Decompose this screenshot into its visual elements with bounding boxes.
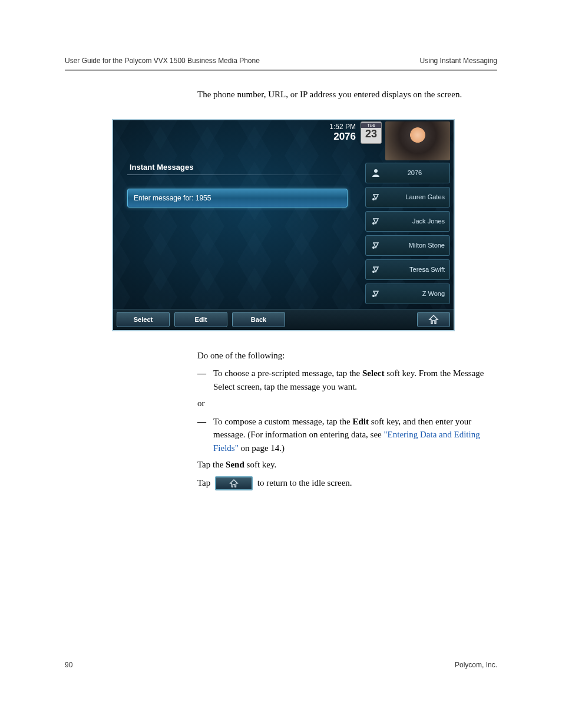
bullet-dash: — — [197, 367, 206, 393]
inline-home-button — [215, 476, 253, 490]
svg-point-0 — [374, 169, 378, 173]
bullet-item: — To compose a custom message, tap the E… — [197, 415, 497, 455]
screen-title: Instant Messages — [130, 163, 193, 172]
softkey-row: Select Edit Back — [113, 309, 454, 330]
softkey-select[interactable]: Select — [117, 312, 170, 327]
message-input[interactable]: Enter message for: 1955 — [127, 189, 348, 207]
svg-point-1 — [372, 198, 375, 200]
svg-point-2 — [372, 222, 375, 225]
send-text: Tap the Send soft key. — [197, 458, 497, 472]
page-number: 90 — [65, 661, 72, 669]
softkey-edit[interactable]: Edit — [174, 312, 227, 327]
line-key-label: Lauren Gates — [385, 193, 445, 200]
dial-icon — [371, 216, 381, 226]
status-time: 1:52 PM — [329, 123, 356, 131]
line-key-label: Z Wong — [385, 290, 445, 297]
home-button[interactable] — [417, 312, 450, 327]
home-icon — [428, 314, 439, 325]
line-key-contact[interactable]: Lauren Gates — [365, 187, 450, 207]
bullet-item: — To choose a pre-scripted message, tap … — [197, 367, 497, 393]
line-key-label: Teresa Swift — [385, 266, 445, 273]
date-badge: Tue 23 — [361, 121, 382, 144]
bullet-text: To compose a custom message, tap the Edi… — [213, 415, 497, 455]
bullet-text: To choose a pre-scripted message, tap th… — [213, 367, 497, 393]
avatar — [385, 121, 450, 160]
line-key-contact[interactable]: Jack Jones — [365, 211, 450, 232]
line-key-label: Milton Stone — [385, 242, 445, 249]
phone-screenshot: 1:52 PM 2076 Tue 23 Instant Messages Ent… — [112, 119, 497, 331]
body-text: Do one of the following: — To choose a p… — [197, 349, 497, 491]
dial-icon — [371, 288, 381, 299]
dial-icon — [371, 240, 381, 251]
page-footer: 90 Polycom, Inc. — [65, 661, 497, 669]
svg-point-5 — [372, 295, 375, 297]
status-extension: 2076 — [329, 131, 356, 143]
lead-text: Do one of the following: — [197, 349, 497, 363]
page-header: User Guide for the Polycom VVX 1500 Busi… — [65, 0, 497, 71]
svg-point-4 — [372, 271, 375, 273]
footer-company: Polycom, Inc. — [455, 661, 497, 669]
phone-screen: 1:52 PM 2076 Tue 23 Instant Messages Ent… — [112, 119, 455, 331]
line-key-extension[interactable]: 2076 — [365, 163, 450, 183]
line-key-column: 2076 Lauren Gates Jack Jones — [365, 163, 450, 304]
date-dow: Tue — [361, 123, 381, 128]
svg-point-3 — [372, 246, 375, 249]
bullet-dash: — — [197, 415, 206, 455]
title-underline — [127, 174, 356, 175]
home-icon — [229, 479, 239, 488]
line-key-label: 2076 — [385, 169, 445, 176]
date-day: 23 — [365, 128, 377, 140]
line-key-contact[interactable]: Teresa Swift — [365, 259, 450, 280]
intro-text: The phone number, URL, or IP address you… — [197, 88, 497, 101]
return-text: Tap to return to the idle screen. — [197, 476, 497, 491]
dial-icon — [371, 192, 381, 202]
status-bar: 1:52 PM 2076 — [329, 123, 356, 143]
softkey-back[interactable]: Back — [232, 312, 285, 327]
person-icon — [371, 167, 381, 178]
header-right: Using Instant Messaging — [420, 57, 497, 65]
or-text: or — [197, 397, 497, 410]
line-key-contact[interactable]: Milton Stone — [365, 235, 450, 256]
line-key-label: Jack Jones — [385, 218, 445, 225]
line-key-contact[interactable]: Z Wong — [365, 284, 450, 304]
dial-icon — [371, 264, 381, 275]
header-left: User Guide for the Polycom VVX 1500 Busi… — [65, 57, 260, 65]
